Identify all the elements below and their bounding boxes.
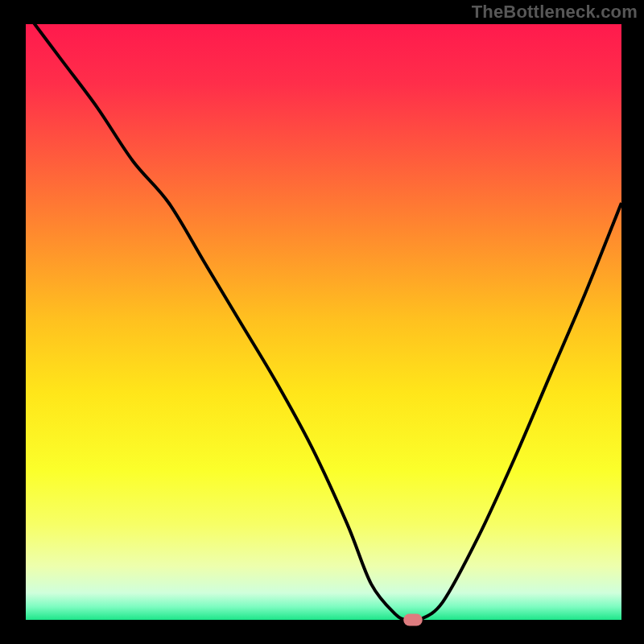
chart-frame: TheBottleneck.com <box>0 0 644 644</box>
watermark-text: TheBottleneck.com <box>472 2 638 23</box>
gradient-background <box>26 24 621 620</box>
optimal-marker <box>403 614 423 626</box>
bottleneck-chart <box>0 0 644 644</box>
